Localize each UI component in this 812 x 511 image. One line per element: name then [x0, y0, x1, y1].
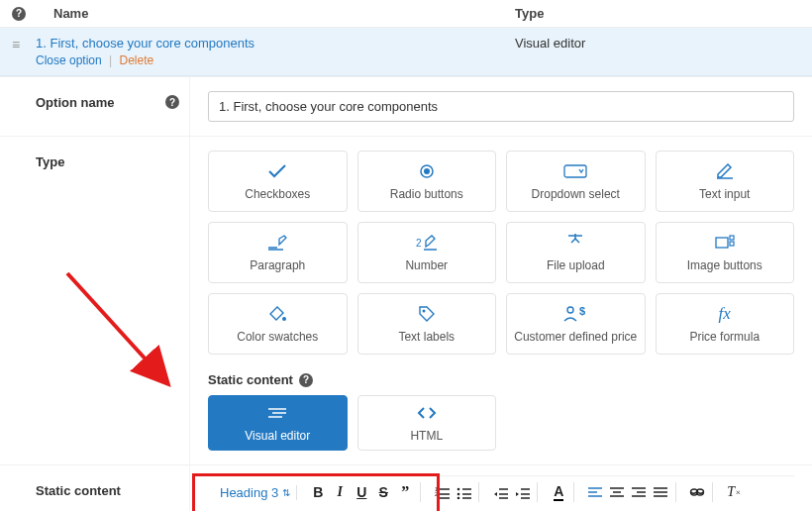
italic-button[interactable]: I — [331, 482, 349, 502]
type-card-label: Image buttons — [687, 258, 762, 272]
type-card-dropdown[interactable]: Dropdown select — [506, 151, 646, 212]
option-name-section: Option name ? — [0, 76, 812, 136]
type-card-label: Price formula — [689, 330, 760, 344]
type-card-customer-price[interactable]: $ Customer defined price — [506, 293, 646, 355]
option-list-item: ≡ 1. First, choose your core components … — [0, 28, 812, 76]
type-card-label: Radio buttons — [390, 187, 463, 201]
heading-select[interactable]: Heading 3 ⇅ — [218, 485, 290, 500]
svg-point-14 — [282, 317, 286, 321]
type-card-imagebuttons[interactable]: Image buttons — [656, 222, 795, 283]
radio-icon — [419, 161, 435, 181]
text-color-button[interactable]: A — [550, 482, 567, 502]
tag-icon — [418, 304, 436, 324]
svg-point-15 — [422, 310, 425, 313]
option-name-label: Option name — [36, 95, 114, 110]
formula-icon: fx — [719, 304, 731, 324]
svg-text:2: 2 — [416, 238, 422, 249]
type-card-label: Text labels — [398, 330, 455, 344]
svg-rect-11 — [716, 238, 728, 248]
column-headers: ? Name Type — [0, 0, 812, 28]
type-card-label: Checkboxes — [245, 187, 310, 201]
static-content-grid: Visual editor HTML — [208, 395, 794, 451]
annotation-arrow-icon — [59, 265, 198, 414]
unordered-list-button[interactable] — [455, 482, 472, 502]
pencil-icon — [716, 161, 734, 181]
type-card-checkboxes[interactable]: Checkboxes — [208, 151, 348, 212]
static-card-html[interactable]: HTML — [357, 395, 497, 451]
drag-handle-icon[interactable]: ≡ — [12, 36, 26, 51]
number-icon: 2 — [416, 233, 438, 253]
quote-button[interactable]: ” — [396, 482, 414, 502]
type-card-label: Number — [405, 258, 448, 272]
svg-text:$: $ — [579, 305, 585, 317]
option-item-actions: Close option | Delete — [36, 53, 515, 67]
option-name-input[interactable] — [208, 91, 794, 122]
static-content-label: Static content — [0, 465, 190, 511]
bucket-icon — [267, 304, 287, 324]
help-icon[interactable]: ? — [12, 7, 26, 21]
align-left-button[interactable] — [586, 482, 604, 502]
outdent-button[interactable] — [491, 482, 509, 502]
type-card-label: HTML — [410, 429, 443, 443]
chevron-up-down-icon: ⇅ — [282, 487, 290, 498]
type-card-priceformula[interactable]: fx Price formula — [656, 293, 795, 355]
type-label: Type — [36, 154, 64, 169]
type-card-label: File upload — [547, 258, 605, 272]
strikethrough-button[interactable]: S — [374, 482, 392, 502]
static-content-section: Static content Heading 3 ⇅ B I U S ” — [0, 464, 812, 511]
visual-editor-icon — [266, 403, 288, 423]
type-card-label: Paragraph — [250, 258, 305, 272]
indent-button[interactable] — [513, 482, 531, 502]
close-option-link[interactable]: Close option — [36, 53, 102, 67]
static-card-visual-editor[interactable]: Visual editor — [208, 395, 348, 451]
type-card-color[interactable]: Color swatches — [208, 293, 348, 355]
svg-point-26 — [457, 487, 459, 490]
help-icon[interactable]: ? — [299, 373, 313, 387]
align-right-button[interactable] — [630, 482, 648, 502]
option-item-type: Visual editor — [515, 36, 792, 51]
static-content-heading: Static content ? — [208, 372, 794, 387]
type-grid: Checkboxes Radio buttons Dropdown select… — [208, 151, 794, 355]
ordered-list-button[interactable]: 12 — [433, 482, 451, 502]
svg-line-0 — [67, 273, 168, 384]
column-header-type: Type — [515, 6, 792, 21]
type-card-textinput[interactable]: Text input — [656, 151, 795, 212]
option-item-title[interactable]: 1. First, choose your core components — [36, 36, 515, 51]
html-icon — [416, 403, 438, 423]
svg-text:2: 2 — [435, 491, 438, 497]
svg-point-16 — [567, 307, 573, 313]
link-button[interactable] — [688, 482, 706, 502]
column-header-name: Name — [26, 6, 515, 21]
bold-button[interactable]: B — [309, 482, 327, 502]
align-center-button[interactable] — [608, 482, 626, 502]
svg-rect-13 — [730, 242, 734, 246]
dropdown-icon — [563, 161, 587, 181]
check-icon — [267, 161, 287, 181]
type-card-paragraph[interactable]: Paragraph — [208, 222, 348, 283]
underline-button[interactable]: U — [353, 482, 370, 502]
align-justify-button[interactable] — [652, 482, 669, 502]
type-card-label: Dropdown select — [532, 187, 620, 201]
paragraph-icon — [267, 233, 287, 253]
type-section: Type Checkboxes Radio buttons Dropdown — [0, 136, 812, 464]
editor-toolbar: Heading 3 ⇅ B I U S ” 12 — [208, 476, 794, 508]
image-buttons-icon — [715, 233, 735, 253]
delete-option-link[interactable]: Delete — [120, 53, 154, 67]
type-card-radio[interactable]: Radio buttons — [357, 151, 497, 212]
svg-point-27 — [457, 492, 459, 495]
clear-format-button[interactable]: T× — [725, 482, 743, 502]
svg-rect-3 — [564, 165, 586, 177]
type-card-label: Visual editor — [245, 429, 310, 443]
type-card-label: Text input — [699, 187, 750, 201]
type-card-label: Customer defined price — [514, 330, 637, 344]
rich-text-editor: Heading 3 ⇅ B I U S ” 12 — [208, 475, 794, 511]
svg-point-28 — [457, 496, 459, 498]
type-card-number[interactable]: 2 Number — [357, 222, 497, 283]
upload-icon — [566, 233, 584, 253]
customer-price-icon: $ — [563, 304, 587, 324]
type-card-fileupload[interactable]: File upload — [506, 222, 646, 283]
svg-rect-12 — [730, 236, 734, 240]
type-card-textlabels[interactable]: Text labels — [357, 293, 497, 355]
type-card-label: Color swatches — [237, 330, 318, 344]
help-icon[interactable]: ? — [165, 95, 179, 109]
